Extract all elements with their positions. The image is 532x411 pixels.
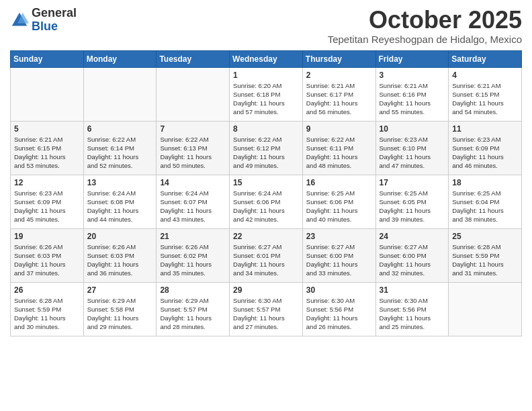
day-info: Sunrise: 6:22 AM Sunset: 6:14 PM Dayligh…	[87, 135, 153, 171]
calendar-cell: 31Sunrise: 6:30 AM Sunset: 5:56 PM Dayli…	[375, 282, 449, 336]
calendar-cell	[83, 67, 157, 121]
day-info: Sunrise: 6:27 AM Sunset: 6:00 PM Dayligh…	[380, 242, 445, 278]
calendar-cell: 23Sunrise: 6:27 AM Sunset: 6:00 PM Dayli…	[302, 228, 375, 282]
day-info: Sunrise: 6:21 AM Sunset: 6:15 PM Dayligh…	[452, 81, 518, 117]
calendar-cell: 21Sunrise: 6:26 AM Sunset: 6:02 PM Dayli…	[157, 228, 230, 282]
day-number: 3	[380, 71, 445, 80]
day-info: Sunrise: 6:29 AM Sunset: 5:57 PM Dayligh…	[160, 296, 226, 332]
weekday-header: Wednesday	[230, 50, 303, 67]
calendar-cell: 10Sunrise: 6:23 AM Sunset: 6:10 PM Dayli…	[375, 121, 449, 175]
calendar-cell: 5Sunrise: 6:21 AM Sunset: 6:15 PM Daylig…	[11, 121, 84, 175]
day-number: 5	[14, 124, 80, 134]
day-info: Sunrise: 6:27 AM Sunset: 6:00 PM Dayligh…	[306, 242, 372, 278]
weekday-header: Sunday	[11, 50, 84, 67]
calendar-cell: 3Sunrise: 6:21 AM Sunset: 6:16 PM Daylig…	[375, 67, 449, 121]
day-number: 13	[87, 178, 153, 187]
day-info: Sunrise: 6:20 AM Sunset: 6:18 PM Dayligh…	[233, 81, 299, 117]
day-number: 16	[306, 178, 372, 187]
calendar-cell: 7Sunrise: 6:22 AM Sunset: 6:13 PM Daylig…	[157, 121, 230, 175]
calendar-week-row: 5Sunrise: 6:21 AM Sunset: 6:15 PM Daylig…	[11, 121, 522, 175]
calendar-cell: 24Sunrise: 6:27 AM Sunset: 6:00 PM Dayli…	[375, 228, 449, 282]
logo: General Blue	[10, 7, 77, 34]
day-number: 7	[160, 124, 226, 134]
calendar-week-row: 19Sunrise: 6:26 AM Sunset: 6:03 PM Dayli…	[11, 228, 522, 282]
calendar-cell: 22Sunrise: 6:27 AM Sunset: 6:01 PM Dayli…	[230, 228, 303, 282]
calendar-cell: 30Sunrise: 6:30 AM Sunset: 5:56 PM Dayli…	[302, 282, 375, 336]
calendar-cell: 26Sunrise: 6:28 AM Sunset: 5:59 PM Dayli…	[11, 282, 84, 336]
day-number: 21	[160, 232, 226, 241]
calendar-cell: 20Sunrise: 6:26 AM Sunset: 6:03 PM Dayli…	[83, 228, 157, 282]
weekday-header: Tuesday	[157, 50, 230, 67]
calendar-cell: 15Sunrise: 6:24 AM Sunset: 6:06 PM Dayli…	[230, 175, 303, 228]
day-number: 2	[306, 71, 372, 80]
day-info: Sunrise: 6:23 AM Sunset: 6:09 PM Dayligh…	[14, 189, 80, 224]
calendar-cell: 12Sunrise: 6:23 AM Sunset: 6:09 PM Dayli…	[11, 175, 84, 228]
day-number: 8	[233, 124, 299, 134]
day-info: Sunrise: 6:22 AM Sunset: 6:11 PM Dayligh…	[306, 135, 372, 171]
day-info: Sunrise: 6:24 AM Sunset: 6:06 PM Dayligh…	[233, 189, 299, 224]
day-info: Sunrise: 6:21 AM Sunset: 6:17 PM Dayligh…	[306, 81, 372, 117]
day-info: Sunrise: 6:29 AM Sunset: 5:58 PM Dayligh…	[87, 296, 153, 332]
day-number: 30	[306, 285, 372, 295]
day-info: Sunrise: 6:25 AM Sunset: 6:06 PM Dayligh…	[306, 189, 372, 224]
calendar-cell: 4Sunrise: 6:21 AM Sunset: 6:15 PM Daylig…	[449, 67, 522, 121]
day-number: 11	[452, 124, 518, 134]
calendar-cell: 17Sunrise: 6:25 AM Sunset: 6:05 PM Dayli…	[375, 175, 449, 228]
location: Tepetitan Reyeshogpan de Hidalgo, Mexico	[328, 34, 522, 45]
calendar-cell: 1Sunrise: 6:20 AM Sunset: 6:18 PM Daylig…	[230, 67, 303, 121]
calendar-cell	[11, 67, 84, 121]
calendar-cell	[157, 67, 230, 121]
calendar-cell	[449, 282, 522, 336]
day-info: Sunrise: 6:25 AM Sunset: 6:05 PM Dayligh…	[380, 189, 445, 224]
weekday-header: Monday	[83, 50, 157, 67]
day-number: 12	[14, 178, 80, 187]
calendar-cell: 6Sunrise: 6:22 AM Sunset: 6:14 PM Daylig…	[83, 121, 157, 175]
day-number: 14	[160, 178, 226, 187]
calendar-cell: 13Sunrise: 6:24 AM Sunset: 6:08 PM Dayli…	[83, 175, 157, 228]
calendar-cell: 16Sunrise: 6:25 AM Sunset: 6:06 PM Dayli…	[302, 175, 375, 228]
calendar-cell: 29Sunrise: 6:30 AM Sunset: 5:57 PM Dayli…	[230, 282, 303, 336]
day-info: Sunrise: 6:26 AM Sunset: 6:02 PM Dayligh…	[160, 242, 226, 278]
day-info: Sunrise: 6:28 AM Sunset: 5:59 PM Dayligh…	[14, 296, 80, 332]
day-info: Sunrise: 6:23 AM Sunset: 6:10 PM Dayligh…	[380, 135, 445, 171]
page-container: General Blue October 2025 Tepetitan Reye…	[0, 0, 532, 343]
header: General Blue October 2025 Tepetitan Reye…	[10, 7, 522, 45]
day-number: 19	[14, 232, 80, 241]
day-info: Sunrise: 6:25 AM Sunset: 6:04 PM Dayligh…	[452, 189, 518, 224]
day-info: Sunrise: 6:21 AM Sunset: 6:16 PM Dayligh…	[380, 81, 445, 117]
day-number: 15	[233, 178, 299, 187]
day-number: 20	[87, 232, 153, 241]
title-block: October 2025 Tepetitan Reyeshogpan de Hi…	[328, 7, 522, 45]
day-info: Sunrise: 6:30 AM Sunset: 5:56 PM Dayligh…	[306, 296, 372, 332]
day-info: Sunrise: 6:24 AM Sunset: 6:08 PM Dayligh…	[87, 189, 153, 224]
calendar-cell: 9Sunrise: 6:22 AM Sunset: 6:11 PM Daylig…	[302, 121, 375, 175]
calendar-table: SundayMondayTuesdayWednesdayThursdayFrid…	[10, 50, 522, 336]
day-info: Sunrise: 6:22 AM Sunset: 6:13 PM Dayligh…	[160, 135, 226, 171]
day-info: Sunrise: 6:23 AM Sunset: 6:09 PM Dayligh…	[452, 135, 518, 171]
day-number: 31	[380, 285, 445, 295]
calendar-week-row: 26Sunrise: 6:28 AM Sunset: 5:59 PM Dayli…	[11, 282, 522, 336]
day-info: Sunrise: 6:30 AM Sunset: 5:56 PM Dayligh…	[380, 296, 445, 332]
day-number: 9	[306, 124, 372, 134]
logo-text: General Blue	[32, 7, 77, 34]
weekday-header: Friday	[375, 50, 449, 67]
weekday-header: Saturday	[449, 50, 522, 67]
day-info: Sunrise: 6:27 AM Sunset: 6:01 PM Dayligh…	[233, 242, 299, 278]
weekday-header: Thursday	[302, 50, 375, 67]
header-row: SundayMondayTuesdayWednesdayThursdayFrid…	[11, 50, 522, 67]
day-number: 10	[380, 124, 445, 134]
calendar-cell: 14Sunrise: 6:24 AM Sunset: 6:07 PM Dayli…	[157, 175, 230, 228]
day-info: Sunrise: 6:28 AM Sunset: 5:59 PM Dayligh…	[452, 242, 518, 278]
day-info: Sunrise: 6:30 AM Sunset: 5:57 PM Dayligh…	[233, 296, 299, 332]
calendar-cell: 27Sunrise: 6:29 AM Sunset: 5:58 PM Dayli…	[83, 282, 157, 336]
day-number: 23	[306, 232, 372, 241]
day-number: 18	[452, 178, 518, 187]
month-title: October 2025	[328, 7, 522, 34]
day-info: Sunrise: 6:21 AM Sunset: 6:15 PM Dayligh…	[14, 135, 80, 171]
logo-icon	[10, 11, 29, 30]
day-number: 27	[87, 285, 153, 295]
day-number: 4	[452, 71, 518, 80]
day-number: 24	[380, 232, 445, 241]
calendar-cell: 11Sunrise: 6:23 AM Sunset: 6:09 PM Dayli…	[449, 121, 522, 175]
calendar-cell: 18Sunrise: 6:25 AM Sunset: 6:04 PM Dayli…	[449, 175, 522, 228]
